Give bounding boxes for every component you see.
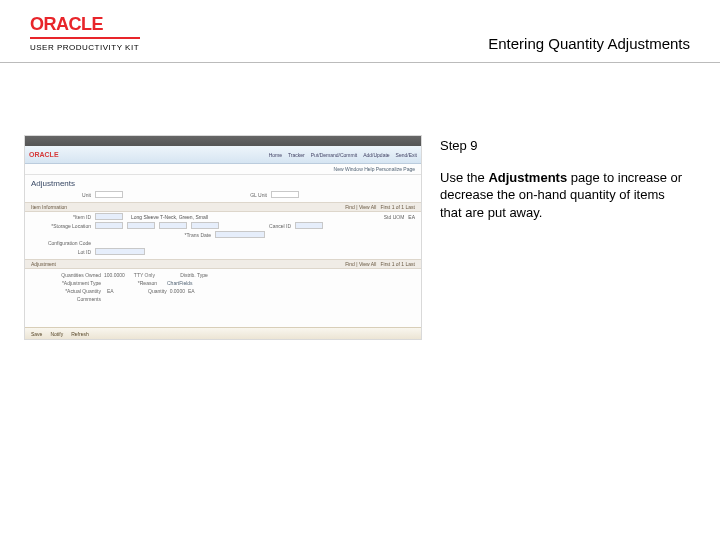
ss-storage-row: *Storage Location Cancel ID <box>25 221 421 230</box>
ss-date-label: *Trans Date <box>31 232 211 238</box>
ss-qty-val: 0.0000 <box>170 288 185 294</box>
ss-tab: Send/Exit <box>396 152 417 158</box>
ss-save-button: Save <box>31 331 42 337</box>
ss-ea2: EA <box>188 288 195 294</box>
ss-std-label: Std UOM <box>372 214 404 220</box>
ss-item-row: *Item ID Long Sleeve T-Neck, Green, Smal… <box>25 212 421 221</box>
ss-item-label: *Item ID <box>31 214 91 220</box>
ss-actual-label: *Actual Quantity <box>31 288 101 294</box>
logo-underline <box>30 37 140 39</box>
body-bold: Adjustments <box>488 170 567 185</box>
ss-item-info-title: Item Information <box>31 204 67 210</box>
ss-find-label: Find | View All <box>345 204 376 210</box>
ss-ea: EA <box>107 288 114 294</box>
ss-adj-find-label: Find | View All <box>345 261 376 267</box>
logo-subtitle: USER PRODUCTIVITY KIT <box>30 43 140 52</box>
ss-lot-label: Lot ID <box>31 249 91 255</box>
ss-unit-field <box>95 191 123 198</box>
oracle-logo: ORACLE <box>30 14 140 35</box>
ss-heading: Adjustments <box>25 175 421 190</box>
ss-adjtype-label: *Adjustment Type <box>31 280 101 286</box>
ss-storage-label: *Storage Location <box>31 223 91 229</box>
step-label: Step 9 <box>440 137 688 155</box>
ss-cancel-field <box>295 222 323 229</box>
ss-adj-band: Adjustment Find | View All First 1 of 1 … <box>25 259 421 269</box>
oracle-logo-block: ORACLE USER PRODUCTIVITY KIT <box>30 14 140 52</box>
ss-gl-label: GL Unit <box>207 192 267 198</box>
ss-tty: TTY Only <box>134 272 155 278</box>
ss-std-val: EA <box>408 214 415 220</box>
ss-comments-label: Comments <box>31 296 101 302</box>
ss-tab: Home <box>269 152 282 158</box>
ss-distrib-label: Distrib. Type <box>168 272 208 278</box>
ss-storage-f4 <box>191 222 219 229</box>
ss-date-row: *Trans Date <box>25 230 421 239</box>
ss-titlebar <box>25 136 421 146</box>
instructions-panel: Step 9 Use the Adjustments page to incre… <box>440 135 688 221</box>
ss-notify-button: Notify <box>50 331 63 337</box>
ss-tabs: Home Tracker Put/Demand/Commit Add/Updat… <box>269 152 417 158</box>
ss-adj-grid: Quantities Owned 100.0000 TTY Only Distr… <box>25 269 421 305</box>
ss-cfg-label: Configuration Code <box>31 240 91 246</box>
ss-date-field <box>215 231 265 238</box>
ss-lot-row: Lot ID <box>25 247 421 256</box>
ss-cfg-row: Configuration Code <box>25 239 421 247</box>
ss-qtyowned-label: Quantities Owned <box>31 272 101 278</box>
ss-tab: Tracker <box>288 152 305 158</box>
ss-lot-field <box>95 248 145 255</box>
ss-adj-find-val: First 1 of 1 Last <box>381 261 415 267</box>
ss-qtyowned-val: 100.0000 <box>104 272 125 278</box>
ss-tab: Put/Demand/Commit <box>311 152 357 158</box>
ss-item-info-band: Item Information Find | View All First 1… <box>25 202 421 212</box>
ss-qty-label: Quantity <box>127 288 167 294</box>
ss-find-val: First 1 of 1 Last <box>381 204 415 210</box>
body-prefix: Use the <box>440 170 488 185</box>
ss-adj-title: Adjustment <box>31 261 56 267</box>
ss-storage-f2 <box>127 222 155 229</box>
ss-subbar: New Window Help Personalize Page <box>25 164 421 175</box>
ss-bottom-bar: Save Notify Refresh <box>25 327 421 339</box>
ss-storage-f1 <box>95 222 123 229</box>
app-screenshot: ORACLE Home Tracker Put/Demand/Commit Ad… <box>24 135 422 340</box>
ss-oracle-logo: ORACLE <box>29 151 59 158</box>
ss-storage-f3 <box>159 222 187 229</box>
ss-gl-field <box>271 191 299 198</box>
ss-unit-row: Unit GL Unit <box>25 190 421 199</box>
ss-refresh-button: Refresh <box>71 331 89 337</box>
ss-item-field <box>95 213 123 220</box>
ss-chartfields: ChartFields <box>167 280 193 286</box>
ss-reason-label: *Reason <box>117 280 157 286</box>
ss-cancel-label: Cancel ID <box>231 223 291 229</box>
ss-tab: Add/Update <box>363 152 389 158</box>
ss-unit-label: Unit <box>31 192 91 198</box>
instruction-text: Use the Adjustments page to increase or … <box>440 169 688 222</box>
page-title: Entering Quantity Adjustments <box>488 35 690 52</box>
ss-tabbar: ORACLE Home Tracker Put/Demand/Commit Ad… <box>25 146 421 164</box>
ss-desc-val: Long Sleeve T-Neck, Green, Small <box>131 214 208 220</box>
